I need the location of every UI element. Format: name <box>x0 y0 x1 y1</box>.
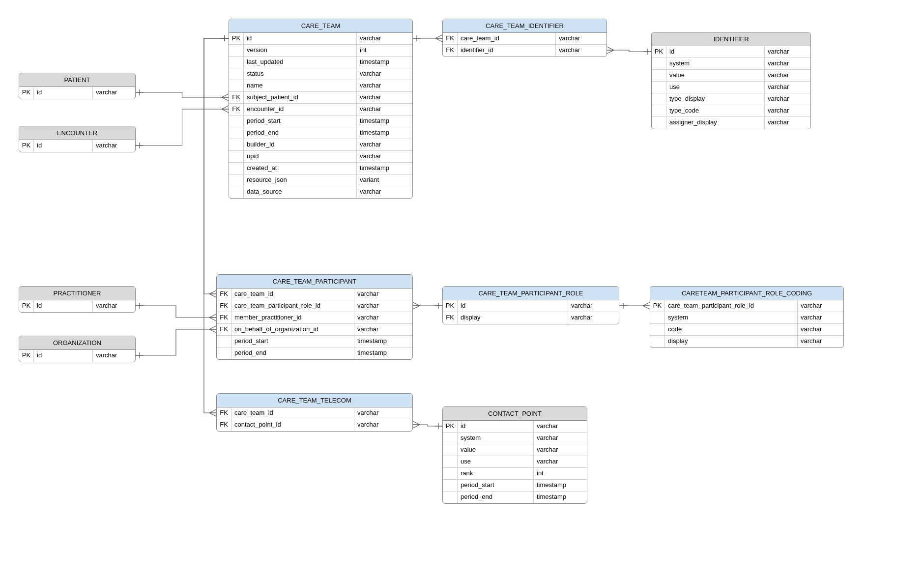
table-row: FKcare_team_participant_role_idvarchar <box>217 300 412 312</box>
table-row: valuevarchar <box>652 70 810 82</box>
table-row: systemvarchar <box>652 58 810 70</box>
table-row: codevarchar <box>650 324 843 336</box>
type-cell: varchar <box>93 350 126 362</box>
name-cell: member_practitioner_id <box>231 312 354 323</box>
table-row: FKcare_team_idvarchar <box>217 289 412 300</box>
type-cell: varchar <box>765 93 802 105</box>
type-cell: timestamp <box>357 57 401 68</box>
type-cell: varchar <box>798 324 835 335</box>
table-row: period_endtimestamp <box>229 127 412 139</box>
key-cell: PK <box>19 300 34 312</box>
type-cell: varchar <box>798 312 835 323</box>
table-row: PKidvarchar <box>19 350 135 362</box>
type-cell: varchar <box>357 104 401 115</box>
entity-organization: ORGANIZATIONPKidvarchar <box>19 336 136 362</box>
name-cell: assigner_display <box>666 117 765 129</box>
entity-title: PATIENT <box>19 73 135 87</box>
cardinality-marker <box>643 49 651 55</box>
key-cell: FK <box>229 92 244 103</box>
name-cell: contact_point_id <box>231 419 354 431</box>
name-cell: system <box>458 433 534 444</box>
entity-title: CARETEAM_PARTICIPANT_ROLE_CODING <box>650 287 843 300</box>
key-cell <box>229 163 244 174</box>
name-cell: period_start <box>244 116 357 127</box>
table-row: assigner_displayvarchar <box>652 117 810 129</box>
entity-identifier: IDENTIFIERPKidvarcharsystemvarcharvaluev… <box>651 32 811 129</box>
table-row: type_displayvarchar <box>652 93 810 105</box>
type-cell: varchar <box>354 300 399 312</box>
type-cell: varchar <box>568 300 605 312</box>
key-cell <box>650 324 665 335</box>
type-cell: varchar <box>765 105 802 116</box>
type-cell: int <box>357 45 401 56</box>
type-cell: timestamp <box>534 491 578 503</box>
relation-line <box>136 92 229 97</box>
entity-careteam-participant-role-coding: CARETEAM_PARTICIPANT_ROLE_CODINGPKcare_t… <box>650 286 844 348</box>
type-cell: varchar <box>798 300 835 312</box>
name-cell: period_end <box>231 347 354 359</box>
cardinality-marker <box>413 421 420 428</box>
entity-title: CARE_TEAM_PARTICIPANT_ROLE <box>443 287 619 300</box>
key-cell: FK <box>217 324 231 335</box>
key-cell: PK <box>19 350 34 362</box>
key-cell <box>652 70 666 81</box>
relation-line <box>136 306 216 318</box>
table-row: FKmember_practitioner_idvarchar <box>217 312 412 324</box>
type-cell: varchar <box>556 33 593 44</box>
table-row: usevarchar <box>443 456 587 468</box>
relation-line <box>204 38 229 294</box>
table-row: FKcare_team_idvarchar <box>217 407 412 419</box>
table-row: period_starttimestamp <box>229 116 412 127</box>
entity-patient: PATIENTPKidvarchar <box>19 73 136 99</box>
entity-care-team-participant-role: CARE_TEAM_PARTICIPANT_ROLEPKidvarcharFKd… <box>442 286 619 324</box>
type-cell: varchar <box>765 58 802 69</box>
type-cell: varchar <box>357 33 401 44</box>
name-cell: name <box>244 80 357 91</box>
type-cell: varchar <box>354 324 399 335</box>
type-cell: varchar <box>354 419 399 431</box>
type-cell: varchar <box>354 289 399 300</box>
type-cell: varchar <box>534 433 578 444</box>
name-cell: subject_patient_id <box>244 92 357 103</box>
key-cell: PK <box>19 87 34 99</box>
name-cell: value <box>666 70 765 81</box>
key-cell <box>229 116 244 127</box>
cardinality-marker <box>209 326 216 333</box>
entity-title: ENCOUNTER <box>19 126 135 140</box>
cardinality-marker <box>136 143 144 148</box>
key-cell <box>217 347 231 359</box>
table-row: upidvarchar <box>229 151 412 163</box>
type-cell: varchar <box>765 70 802 81</box>
type-cell: varchar <box>556 45 593 57</box>
name-cell: use <box>458 456 534 467</box>
key-cell: FK <box>217 312 231 323</box>
type-cell: varchar <box>568 312 605 324</box>
table-row: displayvarchar <box>650 336 843 347</box>
name-cell: period_end <box>244 127 357 139</box>
type-cell: timestamp <box>357 127 401 139</box>
key-cell: FK <box>217 419 231 431</box>
cardinality-marker <box>209 290 216 297</box>
entity-care-team-telecom: CARE_TEAM_TELECOMFKcare_team_idvarcharFK… <box>216 393 413 432</box>
relation-line <box>413 425 442 426</box>
key-cell: FK <box>443 312 458 324</box>
name-cell: status <box>244 68 357 80</box>
cardinality-marker <box>136 89 144 95</box>
relation-line <box>136 329 216 355</box>
relation-line <box>607 50 651 52</box>
key-cell <box>650 312 665 323</box>
key-cell: FK <box>443 33 458 44</box>
key-cell: PK <box>652 46 666 58</box>
cardinality-marker <box>209 314 216 321</box>
entity-care-team-identifier: CARE_TEAM_IDENTIFIERFKcare_team_idvarcha… <box>442 19 607 57</box>
name-cell: on_behalf_of_organization_id <box>231 324 354 335</box>
name-cell: upid <box>244 151 357 162</box>
key-cell <box>652 82 666 93</box>
type-cell: varchar <box>534 444 578 456</box>
name-cell: care_team_id <box>458 33 556 44</box>
type-cell: varchar <box>93 140 126 152</box>
key-cell <box>229 151 244 162</box>
entity-care-team-participant: CARE_TEAM_PARTICIPANTFKcare_team_idvarch… <box>216 274 413 360</box>
type-cell: int <box>534 468 578 479</box>
key-cell: PK <box>443 300 458 312</box>
